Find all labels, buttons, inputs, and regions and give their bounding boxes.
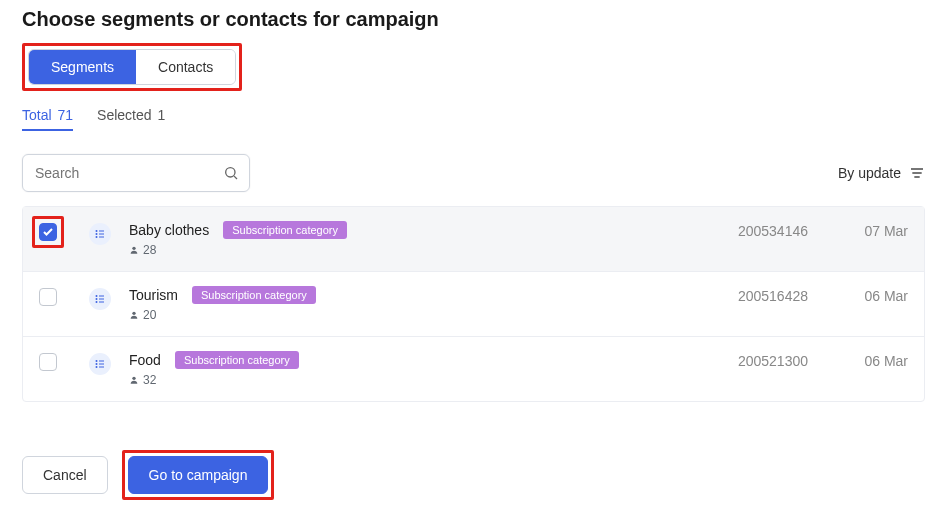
svg-point-18 <box>132 312 135 315</box>
row-checkbox[interactable] <box>39 223 57 241</box>
highlight-go-button: Go to campaign <box>122 450 275 500</box>
segment-name: Baby clothes <box>129 222 209 238</box>
table-row[interactable]: Baby clothes Subscription category 28 20… <box>23 207 924 272</box>
segment-count: 28 <box>143 243 156 257</box>
subscription-badge: Subscription category <box>223 221 347 239</box>
svg-point-23 <box>96 366 98 368</box>
svg-point-7 <box>96 233 98 235</box>
svg-rect-22 <box>99 364 104 365</box>
segment-id: 200516428 <box>648 286 808 304</box>
footer-actions: Cancel Go to campaign <box>22 450 925 500</box>
person-icon <box>129 245 139 255</box>
segment-date: 06 Mar <box>808 286 908 304</box>
svg-point-25 <box>132 377 135 380</box>
sort-label: By update <box>838 165 901 181</box>
sort-control[interactable]: By update <box>838 165 925 181</box>
svg-point-16 <box>96 301 98 303</box>
selected-value: 1 <box>157 107 165 123</box>
svg-rect-17 <box>99 302 104 303</box>
count-tab-total[interactable]: Total 71 <box>22 107 73 131</box>
svg-rect-24 <box>99 367 104 368</box>
svg-line-1 <box>234 176 237 179</box>
subscription-badge: Subscription category <box>175 351 299 369</box>
svg-point-12 <box>96 295 98 297</box>
segment-count: 20 <box>143 308 156 322</box>
svg-point-19 <box>96 360 98 362</box>
segment-name: Food <box>129 352 161 368</box>
svg-rect-8 <box>99 234 104 235</box>
sort-icon <box>909 165 925 181</box>
search-input[interactable] <box>33 164 223 182</box>
svg-point-0 <box>226 168 235 177</box>
page-title: Choose segments or contacts for campaign <box>22 8 925 31</box>
segment-icon <box>89 353 111 375</box>
person-icon <box>129 375 139 385</box>
svg-rect-13 <box>99 296 104 297</box>
segment-id: 200534146 <box>648 221 808 239</box>
row-checkbox[interactable] <box>39 288 57 306</box>
cancel-button[interactable]: Cancel <box>22 456 108 494</box>
svg-point-11 <box>132 247 135 250</box>
svg-point-14 <box>96 298 98 300</box>
svg-point-9 <box>96 236 98 238</box>
count-tab-selected[interactable]: Selected 1 <box>97 107 165 131</box>
segment-icon <box>89 223 111 245</box>
segment-date: 07 Mar <box>808 221 908 239</box>
search-icon <box>223 165 239 181</box>
table-row[interactable]: Tourism Subscription category 20 2005164… <box>23 272 924 337</box>
segments-table: Baby clothes Subscription category 28 20… <box>22 206 925 402</box>
search-box[interactable] <box>22 154 250 192</box>
svg-rect-10 <box>99 237 104 238</box>
svg-point-21 <box>96 363 98 365</box>
svg-rect-2 <box>911 168 923 169</box>
segment-count: 32 <box>143 373 156 387</box>
svg-point-5 <box>96 230 98 232</box>
segment-id: 200521300 <box>648 351 808 369</box>
tab-contacts[interactable]: Contacts <box>136 50 235 84</box>
tab-segments[interactable]: Segments <box>29 50 136 84</box>
go-to-campaign-button[interactable]: Go to campaign <box>128 456 269 494</box>
svg-rect-4 <box>914 176 919 177</box>
row-checkbox[interactable] <box>39 353 57 371</box>
table-row[interactable]: Food Subscription category 32 200521300 … <box>23 337 924 401</box>
highlight-checkbox <box>32 216 64 248</box>
selected-label: Selected <box>97 107 151 123</box>
check-icon <box>42 226 54 238</box>
total-value: 71 <box>57 107 73 123</box>
person-icon <box>129 310 139 320</box>
count-tabs: Total 71 Selected 1 <box>22 107 925 132</box>
total-label: Total <box>22 107 52 123</box>
subscription-badge: Subscription category <box>192 286 316 304</box>
svg-rect-3 <box>912 172 921 173</box>
segment-name: Tourism <box>129 287 178 303</box>
segment-icon <box>89 288 111 310</box>
mode-tab-pill: Segments Contacts <box>28 49 236 85</box>
svg-rect-15 <box>99 299 104 300</box>
svg-rect-6 <box>99 231 104 232</box>
svg-rect-20 <box>99 361 104 362</box>
segment-date: 06 Mar <box>808 351 908 369</box>
highlight-mode-tabs: Segments Contacts <box>22 43 242 91</box>
